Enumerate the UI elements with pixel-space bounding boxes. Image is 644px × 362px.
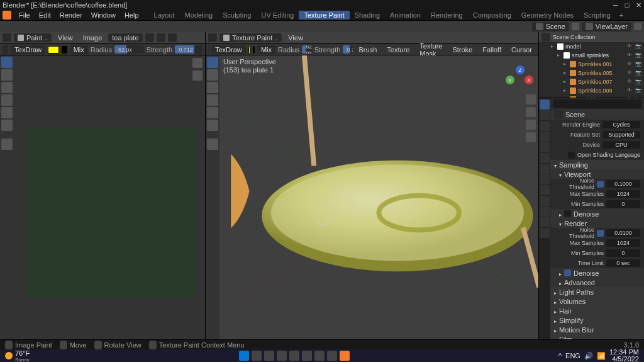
strength-slider-3d[interactable]: 0.712 <box>343 45 352 54</box>
pan-view-icon[interactable] <box>526 107 536 117</box>
viewport-menu-view[interactable]: View <box>284 33 307 42</box>
rd-time-limit[interactable]: 0 sec <box>606 259 640 267</box>
menu-window[interactable]: Window <box>87 11 119 20</box>
menu-edit[interactable]: Edit <box>35 11 55 20</box>
primary-color-3d[interactable] <box>248 46 251 54</box>
tool-mask[interactable] <box>1 120 13 131</box>
menu-brush[interactable]: Brush <box>355 45 381 54</box>
tray-wifi-icon[interactable]: 📶 <box>597 352 606 360</box>
tray-lang[interactable]: ENG <box>565 352 580 359</box>
outliner-row[interactable]: ▸Sprinkles.008👁📷 <box>539 86 644 95</box>
tool-annotate[interactable] <box>1 139 13 150</box>
workspace-geonodes[interactable]: Geometry Nodes <box>516 11 579 20</box>
editor-type-icon[interactable] <box>3 33 11 42</box>
tool-draw-3d[interactable] <box>207 57 218 68</box>
tool-clone-3d[interactable] <box>207 94 218 106</box>
primary-color-swatch[interactable] <box>48 46 59 54</box>
tab-particle[interactable] <box>540 174 550 184</box>
new-viewlayer-button[interactable] <box>634 23 641 30</box>
radius-slider-3d[interactable]: 62 px <box>302 45 311 54</box>
editor-type-3d-icon[interactable] <box>208 33 217 42</box>
menu-cursor[interactable]: Cursor <box>508 45 536 54</box>
brush-name-3d[interactable]: TexDraw <box>211 45 246 54</box>
image-menu-image[interactable]: Image <box>79 33 106 42</box>
axis-z[interactable]: Z <box>516 65 525 74</box>
image-selector[interactable]: tea plate <box>108 33 142 42</box>
workspace-modeling[interactable]: Modeling <box>180 11 218 20</box>
workspace-rendering[interactable]: Rendering <box>426 11 468 20</box>
tab-physics[interactable] <box>540 185 550 195</box>
tool-fill[interactable] <box>1 107 13 118</box>
pin-icon[interactable] <box>145 33 154 42</box>
property-search[interactable] <box>553 99 641 108</box>
tab-output[interactable] <box>540 110 550 120</box>
tab-modifier[interactable] <box>540 164 550 174</box>
workspace-texture-paint[interactable]: Texture Paint <box>299 11 349 20</box>
rd-noise-check[interactable] <box>597 230 604 237</box>
tab-object[interactable] <box>540 153 550 163</box>
blend-mode[interactable]: Mix <box>70 45 88 54</box>
tab-render[interactable] <box>540 99 550 110</box>
outliner-type-icon[interactable] <box>541 33 550 42</box>
workspace-uv[interactable]: UV Editing <box>256 11 299 20</box>
orbit-gizmo[interactable]: X Y Z <box>507 67 532 92</box>
menu-stroke[interactable]: Stroke <box>448 45 476 54</box>
tool-fill-3d[interactable] <box>207 107 218 118</box>
panel-light-paths[interactable]: Light Paths <box>550 287 644 297</box>
tab-texture[interactable] <box>540 228 550 238</box>
tool-annotate-3d[interactable] <box>207 139 218 150</box>
task-icon-1[interactable] <box>252 351 262 361</box>
scene-pin-icon[interactable] <box>554 110 563 119</box>
workspace-shading[interactable]: Shading <box>350 11 385 20</box>
pan-icon[interactable] <box>192 71 203 81</box>
image-menu-view[interactable]: View <box>54 33 77 42</box>
viewlayer-selector[interactable]: ViewLayer <box>582 22 631 31</box>
panel-film[interactable]: Film <box>550 334 644 339</box>
task-icon-7[interactable] <box>327 351 337 361</box>
tab-viewlayer[interactable] <box>540 121 550 131</box>
rd-max-samples[interactable]: 1024 <box>606 239 640 247</box>
blender-logo-icon[interactable] <box>3 11 11 20</box>
feature-set-select[interactable]: Supported <box>602 131 640 139</box>
new-image-icon[interactable] <box>157 33 165 42</box>
outliner-row[interactable]: ▸small sprinkles👁📷 <box>539 51 644 60</box>
panel-simplify[interactable]: Simplify <box>550 315 644 325</box>
panel-motion-blur[interactable]: Motion Blur <box>550 325 644 334</box>
tab-scene[interactable] <box>540 132 550 142</box>
tab-data[interactable] <box>540 206 550 217</box>
secondary-color-swatch[interactable] <box>62 46 67 54</box>
menu-file[interactable]: File <box>15 11 34 20</box>
task-icon-3[interactable] <box>277 351 287 361</box>
vp-noise-check[interactable] <box>597 181 604 188</box>
brush-name[interactable]: TexDraw <box>11 45 45 54</box>
panel-hair[interactable]: Hair <box>550 306 644 315</box>
tool-clone[interactable] <box>1 94 13 106</box>
vp-noise-value[interactable]: 0.1000 <box>606 180 640 188</box>
open-image-icon[interactable] <box>168 33 177 42</box>
rd-min-samples[interactable]: 0 <box>606 249 640 257</box>
outliner-row[interactable]: ▸model👁📷 <box>539 42 644 51</box>
task-icon-2[interactable] <box>264 351 274 361</box>
axis-y[interactable]: Y <box>506 76 514 84</box>
workspace-animation[interactable]: Animation <box>385 11 426 20</box>
menu-render[interactable]: Render <box>56 11 86 20</box>
task-icon-6[interactable] <box>314 351 325 361</box>
workspace-compositing[interactable]: Compositing <box>468 11 516 20</box>
close-icon[interactable]: ✕ <box>635 1 641 9</box>
brush-selector-icon-3d[interactable] <box>208 45 209 54</box>
outliner-row[interactable]: ▸Sprinkles.007👁📷 <box>539 77 644 86</box>
blend-mode-3d[interactable]: Mix <box>257 45 275 54</box>
outliner-row[interactable]: ▸Sprinkles.005👁📷 <box>539 69 644 77</box>
task-icon-blender[interactable] <box>340 351 350 361</box>
vp-max-samples[interactable]: 1024 <box>606 190 640 198</box>
scene-selector[interactable]: Scene <box>532 22 569 31</box>
viewport-3d[interactable]: User Perspective (153) tea plate 1 X Y Z <box>219 55 538 339</box>
camera-view-icon[interactable] <box>526 120 536 130</box>
taskbar-weather[interactable]: 76°F Sunny <box>5 349 30 363</box>
image-canvas[interactable] <box>14 55 205 339</box>
maximize-icon[interactable]: □ <box>624 1 630 9</box>
tray-chevron-icon[interactable]: ^ <box>558 352 562 359</box>
menu-falloff[interactable]: Falloff <box>479 45 505 54</box>
tab-constraint[interactable] <box>540 196 550 206</box>
tab-material[interactable] <box>540 217 550 227</box>
